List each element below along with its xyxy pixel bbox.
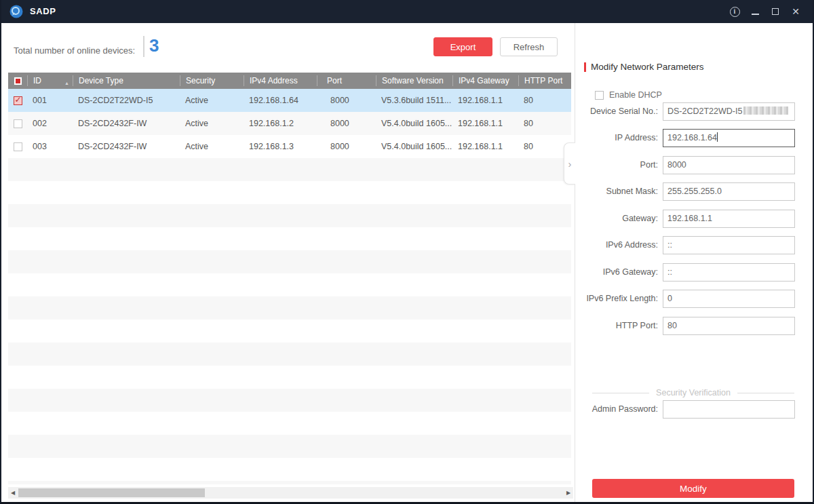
ipv6-gateway-input[interactable]: :: xyxy=(663,263,795,282)
select-all-cell xyxy=(8,75,27,86)
close-icon: ✕ xyxy=(792,6,800,17)
column-header-id[interactable]: ▲ID xyxy=(27,75,73,86)
redacted-serial-suffix xyxy=(743,106,788,115)
row-checkbox-checked[interactable]: ✓ xyxy=(14,96,22,105)
select-all-checkbox[interactable] xyxy=(14,77,22,85)
minimize-button[interactable] xyxy=(745,0,765,23)
enable-dhcp-label: Enable DHCP xyxy=(609,90,662,100)
column-header-security[interactable]: Security xyxy=(180,75,244,86)
field-ipv6-address: IPv6 Address: :: xyxy=(575,236,814,254)
text-caret xyxy=(717,132,718,142)
ipv6-prefix-label: IPv6 Prefix Length: xyxy=(586,290,658,308)
subnet-mask-input[interactable]: 255.255.255.0 xyxy=(663,182,795,201)
ipv6-address-label: IPv6 Address: xyxy=(606,236,658,254)
field-device-serial: Device Serial No.: DS-2CD2T22WD-I5 xyxy=(575,102,814,121)
column-header-software-version[interactable]: Software Version xyxy=(376,75,452,86)
security-verification-divider: Security Verification xyxy=(592,388,794,398)
field-ip-address: IP Address: 192.168.1.64 xyxy=(575,129,814,147)
panel-collapse-handle[interactable]: › xyxy=(564,142,575,185)
cell-id: 002 xyxy=(27,119,73,128)
cell-ipv4-gateway: 192.168.1.1 xyxy=(452,119,518,128)
cell-security: Active xyxy=(180,119,244,128)
count-divider xyxy=(143,36,144,57)
table-row-selected[interactable]: ✓ 001 DS-2CD2T22WD-I5 Active 192.168.1.6… xyxy=(8,89,571,112)
window-controls: i ✕ xyxy=(724,0,806,23)
ip-address-input[interactable]: 192.168.1.64 xyxy=(663,129,795,147)
horizontal-scrollbar[interactable]: ◀ ▶ xyxy=(8,487,573,499)
column-header-ipv4-gateway[interactable]: IPv4 Gateway xyxy=(452,75,518,86)
scrollbar-thumb[interactable] xyxy=(18,488,205,497)
row-checkbox[interactable] xyxy=(14,119,22,128)
export-button[interactable]: Export xyxy=(433,37,492,56)
field-gateway: Gateway: 192.168.1.1 xyxy=(575,210,814,228)
close-button[interactable]: ✕ xyxy=(786,0,806,23)
app-title: SADP xyxy=(30,0,56,23)
cell-software-version: V5.4.0build 1605... xyxy=(376,119,452,128)
port-label: Port: xyxy=(640,156,658,174)
column-header-device-type[interactable]: Device Type xyxy=(73,75,180,86)
field-ipv6-gateway: IPv6 Gateway: :: xyxy=(575,263,814,282)
sadp-logo-icon xyxy=(9,5,23,18)
divider-line xyxy=(592,393,649,393)
admin-password-label: Admin Password: xyxy=(592,400,658,419)
panel-title-accent xyxy=(584,62,586,72)
gateway-input[interactable]: 192.168.1.1 xyxy=(663,210,795,228)
field-http-port: HTTP Port: 80 xyxy=(575,317,814,335)
cell-ipv4-gateway: 192.168.1.1 xyxy=(452,142,518,151)
field-subnet-mask: Subnet Mask: 255.255.255.0 xyxy=(575,182,814,201)
cell-id: 003 xyxy=(27,142,73,151)
cell-device-type: DS-2CD2432F-IW xyxy=(73,119,180,128)
ip-address-label: IP Address: xyxy=(615,129,658,147)
empty-table-stripes xyxy=(8,158,571,484)
cell-ipv4-address: 192.168.1.2 xyxy=(244,119,317,128)
scroll-left-arrow-icon[interactable]: ◀ xyxy=(8,487,18,499)
gateway-label: Gateway: xyxy=(622,210,658,228)
security-verification-label: Security Verification xyxy=(649,388,737,398)
refresh-button[interactable]: Refresh xyxy=(500,37,558,56)
port-input[interactable]: 8000 xyxy=(663,156,795,174)
cell-http-port: 80 xyxy=(518,119,571,128)
ipv6-address-input[interactable]: :: xyxy=(663,236,795,254)
cell-http-port: 80 xyxy=(518,96,571,105)
info-button[interactable]: i xyxy=(724,0,745,23)
column-header-port[interactable]: Port xyxy=(317,75,376,86)
cell-port: 8000 xyxy=(317,119,376,128)
cell-software-version: V5.3.6build 1511... xyxy=(376,96,452,105)
cell-port: 8000 xyxy=(317,96,376,105)
total-devices-count: 3 xyxy=(149,35,159,56)
device-serial-label: Device Serial No.: xyxy=(590,102,658,121)
ipv6-prefix-input[interactable]: 0 xyxy=(663,290,795,308)
table-row[interactable]: 002 DS-2CD2432F-IW Active 192.168.1.2 80… xyxy=(8,112,571,135)
row-checkbox[interactable] xyxy=(14,142,22,151)
maximize-button[interactable] xyxy=(765,0,786,23)
column-header-ipv4-address[interactable]: IPv4 Address xyxy=(244,75,317,86)
titlebar: SADP i ✕ xyxy=(1,0,813,23)
column-header-http-port[interactable]: HTTP Port xyxy=(518,75,571,86)
cell-software-version: V5.4.0build 1605... xyxy=(376,142,452,151)
row-checkbox-cell xyxy=(8,119,27,128)
sort-ascending-icon: ▲ xyxy=(64,78,69,86)
scroll-right-arrow-icon[interactable]: ▶ xyxy=(564,487,573,499)
enable-dhcp-row: Enable DHCP xyxy=(595,90,662,100)
row-checkbox-cell xyxy=(8,142,27,151)
minimize-icon xyxy=(752,14,759,15)
cell-id: 001 xyxy=(27,96,73,105)
enable-dhcp-checkbox[interactable] xyxy=(595,91,604,100)
cell-security: Active xyxy=(180,96,244,105)
cell-ipv4-address: 192.168.1.64 xyxy=(244,96,317,105)
http-port-input[interactable]: 80 xyxy=(663,317,795,335)
http-port-label: HTTP Port: xyxy=(616,317,658,335)
info-icon: i xyxy=(730,7,740,17)
cell-security: Active xyxy=(180,142,244,151)
cell-ipv4-gateway: 192.168.1.1 xyxy=(452,96,518,105)
chevron-right-icon: › xyxy=(568,158,572,170)
device-serial-input[interactable]: DS-2CD2T22WD-I5 xyxy=(663,102,795,121)
cell-ipv4-address: 192.168.1.3 xyxy=(244,142,317,151)
table-row[interactable]: 003 DS-2CD2432F-IW Active 192.168.1.3 80… xyxy=(8,135,571,158)
subnet-mask-label: Subnet Mask: xyxy=(606,182,658,201)
admin-password-input[interactable] xyxy=(663,400,795,419)
checkmark-icon: ✓ xyxy=(15,96,22,104)
device-table-header: ▲ID Device Type Security IPv4 Address Po… xyxy=(8,73,571,89)
modify-button[interactable]: Modify xyxy=(592,479,794,498)
total-devices-label: Total number of online devices: xyxy=(14,45,135,56)
